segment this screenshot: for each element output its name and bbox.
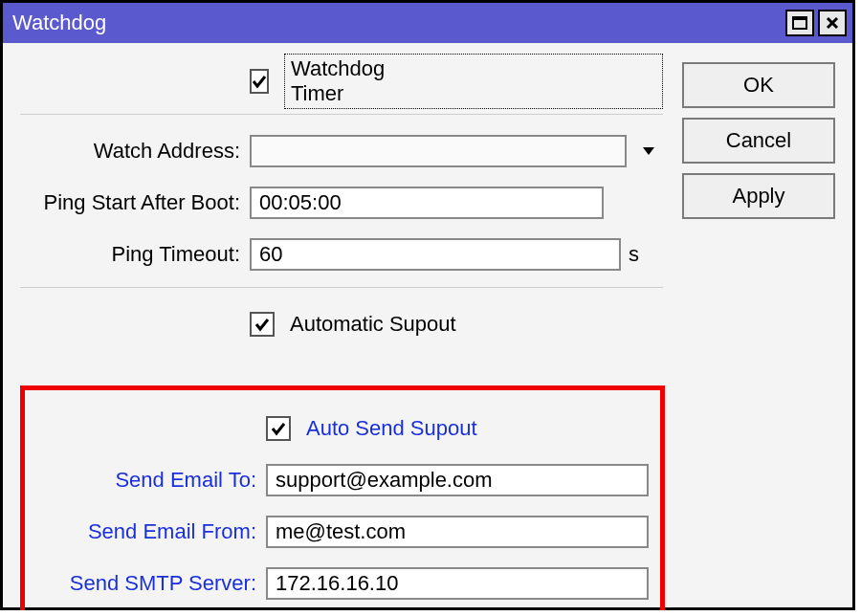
ping-timeout-input[interactable] [250, 238, 621, 271]
row-send-email-from: Send Email From: [36, 513, 649, 551]
ping-start-after-boot-label: Ping Start After Boot: [20, 190, 250, 215]
send-email-from-label: Send Email From: [36, 519, 266, 544]
close-icon [826, 16, 839, 30]
check-icon [254, 317, 270, 332]
row-watchdog-timer: Watchdog Timer [20, 62, 663, 100]
send-email-to-label: Send Email To: [36, 468, 266, 493]
watchdog-timer-label[interactable]: Watchdog Timer [284, 54, 663, 109]
row-ping-start-after-boot: Ping Start After Boot: [20, 184, 663, 222]
watch-address-dropdown[interactable] [634, 135, 663, 167]
check-icon [252, 74, 267, 89]
send-email-to-input[interactable] [266, 464, 649, 496]
form-column: Watchdog Timer Watch Address: [20, 62, 663, 590]
window-title: Watchdog [12, 11, 782, 35]
apply-button[interactable]: Apply [682, 173, 835, 219]
titlebar[interactable]: Watchdog [3, 3, 852, 43]
cancel-button[interactable]: Cancel [682, 118, 835, 164]
row-send-email-to: Send Email To: [36, 461, 649, 499]
row-automatic-supout: Automatic Supout [20, 305, 663, 343]
ping-timeout-unit: s [629, 242, 648, 267]
button-column: OK Cancel Apply [682, 62, 835, 590]
auto-send-supout-label[interactable]: Auto Send Supout [306, 416, 477, 441]
svg-rect-1 [793, 17, 806, 20]
maximize-icon [792, 16, 807, 30]
send-email-from-input[interactable] [266, 516, 649, 548]
check-icon [271, 421, 286, 436]
row-watch-address: Watch Address: [20, 132, 663, 170]
automatic-supout-checkbox[interactable] [250, 312, 275, 337]
client-area: Watchdog Timer Watch Address: [3, 43, 852, 607]
automatic-supout-label[interactable]: Automatic Supout [290, 312, 456, 337]
send-smtp-server-label: Send SMTP Server: [36, 571, 266, 596]
ping-timeout-label: Ping Timeout: [20, 242, 250, 267]
separator-2 [20, 287, 663, 288]
separator-1 [20, 114, 663, 115]
row-send-smtp-server: Send SMTP Server: [36, 564, 649, 603]
row-auto-send-supout: Auto Send Supout [36, 409, 649, 448]
chevron-down-icon [641, 145, 656, 157]
watch-address-label: Watch Address: [20, 139, 250, 164]
close-button[interactable] [818, 10, 847, 36]
send-smtp-server-input[interactable] [266, 567, 649, 600]
ok-button[interactable]: OK [682, 62, 835, 108]
auto-send-section: Auto Send Supout Send Email To: Send Ema… [20, 385, 665, 610]
auto-send-supout-checkbox[interactable] [266, 416, 291, 441]
svg-marker-4 [643, 147, 654, 155]
watch-address-combo[interactable] [250, 135, 627, 167]
row-ping-timeout: Ping Timeout: s [20, 235, 663, 274]
maximize-button[interactable] [785, 10, 814, 36]
watchdog-timer-checkbox[interactable] [250, 69, 269, 94]
watchdog-window: Watchdog [0, 0, 855, 610]
ping-start-after-boot-input[interactable] [250, 187, 604, 219]
